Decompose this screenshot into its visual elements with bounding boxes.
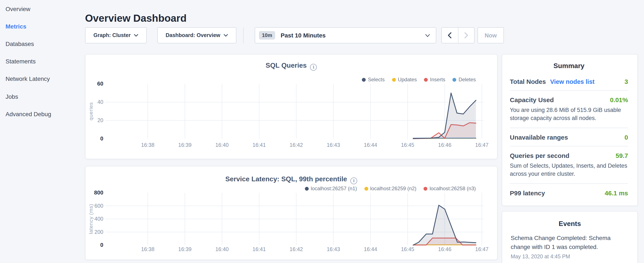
db-console-metrics-page: OverviewMetricsDatabasesStatementsNetwor… [0, 0, 644, 263]
time-range-dropdown[interactable]: 10m Past 10 Minutes [255, 27, 436, 43]
chevron-down-icon [134, 34, 138, 37]
sidebar-item-metrics[interactable]: Metrics [0, 18, 81, 35]
y-axis-tick-label: 40 [98, 99, 103, 105]
summary-row-header: Capacity Used0.01% [510, 96, 628, 103]
chevron-down-icon [224, 34, 228, 37]
graph-dropdown[interactable]: Graph: Cluster [85, 27, 147, 43]
x-axis-tick-label: 16:43 [327, 246, 340, 252]
event-text: Schema Change Completed: Schema change w… [511, 234, 629, 251]
x-axis-tick-label: 16:42 [290, 246, 303, 252]
y-axis-tick-label: 0 [100, 242, 103, 248]
summary-row-header: Unavailable ranges0 [510, 134, 628, 141]
summary-row: Total NodesView nodes list3 [510, 72, 628, 91]
controls-divider [243, 27, 244, 43]
dashboard-dropdown[interactable]: Dashboard: Overview [157, 27, 236, 43]
events-panel: Events Schema Change Completed: Schema c… [502, 211, 638, 263]
summary-rows: Total NodesView nodes list3Capacity Used… [510, 72, 628, 201]
x-axis-tick-label: 16:42 [290, 142, 303, 148]
summary-row-header: Total NodesView nodes list3 [510, 78, 628, 85]
x-axis-tick-label: 16:46 [438, 142, 452, 148]
summary-row-value: 0 [624, 134, 628, 141]
page-title: Overview Dashboard [85, 12, 187, 24]
y-axis-unit-label: latency (ms) [88, 204, 94, 234]
summary-row-label: Capacity Used [510, 96, 554, 103]
summary-row-value: 0.01% [610, 96, 628, 103]
next-time-button[interactable] [458, 28, 474, 43]
summary-row-value: 3 [624, 78, 628, 85]
event-timestamp: May 13, 2020 at 4:45 PM [511, 254, 629, 259]
summary-row-header: P99 latency46.1 ms [510, 189, 628, 196]
x-axis-tick-label: 16:40 [216, 142, 229, 148]
sidebar-item-databases[interactable]: Databases [0, 35, 81, 53]
x-axis-tick-label: 16:45 [401, 142, 414, 148]
events-list: Schema Change Completed: Schema change w… [511, 234, 629, 259]
y-axis-tick-label: 600 [94, 203, 103, 209]
time-step-buttons [442, 27, 474, 43]
sidebar-item-statements[interactable]: Statements [0, 53, 81, 70]
sidebar-nav: OverviewMetricsDatabasesStatementsNetwor… [0, 0, 81, 263]
summary-panel: Summary Total NodesView nodes list3Capac… [502, 54, 638, 206]
x-axis-tick-label: 16:45 [401, 246, 414, 252]
now-button[interactable]: Now [478, 27, 504, 43]
event-item[interactable]: Schema Change Completed: Schema change w… [511, 234, 629, 259]
summary-row: P99 latency46.1 ms [510, 184, 628, 201]
chevron-right-icon [464, 32, 468, 38]
x-axis-tick-label: 16:44 [364, 142, 377, 148]
x-axis-tick-label: 16:47 [475, 142, 488, 148]
y-axis-tick-label: 0 [100, 135, 103, 142]
x-axis-tick-label: 16:39 [178, 142, 192, 148]
sidebar-item-jobs[interactable]: Jobs [0, 88, 81, 105]
x-axis-tick-label: 16:41 [252, 246, 266, 252]
y-axis-unit-label: queries [88, 102, 94, 120]
x-axis-tick-label: 16:39 [178, 246, 192, 252]
chevron-down-icon [425, 34, 430, 37]
summary-row-description: Sum of Selects, Updates, Inserts, and De… [510, 162, 628, 178]
x-axis-tick-label: 16:41 [252, 142, 266, 148]
y-axis-tick-label: 800 [94, 189, 103, 196]
series-area-localhost-26257-n1- [413, 205, 476, 245]
summary-title: Summary [510, 62, 628, 70]
summary-row: Unavailable ranges0 [510, 128, 628, 146]
x-axis-tick-label: 16:38 [141, 142, 154, 148]
summary-row-label: Total Nodes [510, 78, 546, 85]
sidebar-item-advanced-debug[interactable]: Advanced Debug [0, 105, 81, 123]
summary-row: Capacity Used0.01%You are using 28.6 MiB… [510, 91, 628, 128]
summary-row-value: 59.7 [616, 152, 628, 159]
y-axis-tick-label: 60 [97, 80, 103, 87]
x-axis-tick-label: 16:46 [438, 246, 452, 252]
y-axis-tick-label: 20 [98, 117, 103, 123]
sql-queries-plot: 020406016:3816:3916:4016:4116:4216:4316:… [86, 55, 498, 160]
summary-row: Queries per second59.7Sum of Selects, Up… [510, 146, 628, 184]
x-axis-tick-label: 16:40 [216, 246, 229, 252]
graph-dropdown-label: Graph: Cluster [93, 32, 130, 38]
summary-row-label: Unavailable ranges [510, 134, 568, 141]
x-axis-tick-label: 16:43 [327, 142, 340, 148]
summary-row-label: Queries per second [510, 152, 569, 159]
time-range-badge: 10m [259, 31, 275, 40]
x-axis-tick-label: 16:44 [364, 246, 377, 252]
chevron-left-icon [448, 32, 452, 38]
summary-row-description: You are using 28.6 MiB of 515.9 GiB usab… [510, 106, 628, 123]
summary-row-value: 46.1 ms [605, 189, 628, 196]
sidebar-item-network-latency[interactable]: Network Latency [0, 70, 81, 88]
sidebar-item-overview[interactable]: Overview [0, 0, 81, 18]
summary-row-header: Queries per second59.7 [510, 152, 628, 159]
x-axis-tick-label: 16:47 [475, 246, 488, 252]
now-button-label: Now [485, 32, 497, 39]
view-nodes-list-link[interactable]: View nodes list [550, 78, 594, 85]
time-range-label: Past 10 Minutes [281, 32, 422, 39]
summary-row-label: P99 latency [510, 189, 545, 196]
x-axis-tick-label: 16:38 [141, 246, 154, 252]
y-axis-tick-label: 400 [94, 216, 103, 222]
events-title: Events [511, 220, 629, 228]
y-axis-tick-label: 200 [94, 229, 103, 235]
sql-queries-chart-card: SQL Queriesi SelectsUpdatesInsertsDelete… [85, 54, 498, 159]
service-latency-chart-card: Service Latency: SQL, 99th percentilei l… [85, 166, 498, 260]
dashboard-dropdown-label: Dashboard: Overview [166, 32, 220, 38]
service-latency-plot: 020040060080016:3816:3916:4016:4116:4216… [86, 166, 498, 260]
previous-time-button[interactable] [442, 28, 458, 43]
